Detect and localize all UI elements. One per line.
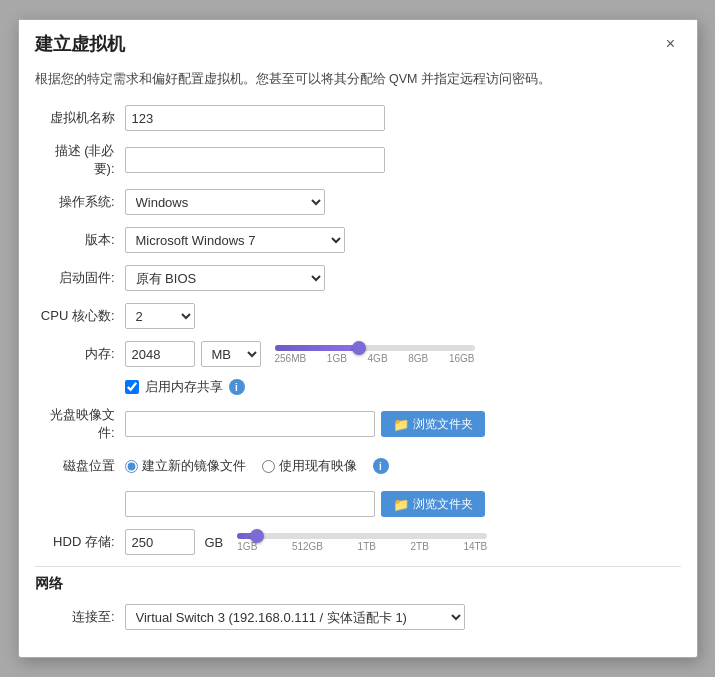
cpu-control: 1 2 4 8 bbox=[125, 303, 681, 329]
optical-browse-button[interactable]: 📁 浏览文件夹 bbox=[381, 411, 485, 437]
disk-new-radio[interactable] bbox=[125, 460, 138, 473]
cpu-row: CPU 核心数: 1 2 4 8 bbox=[35, 302, 681, 330]
vm-name-row: 虚拟机名称 bbox=[35, 104, 681, 132]
disk-path-input[interactable] bbox=[125, 491, 375, 517]
disk-radio-control: 建立新的镜像文件 使用现有映像 i bbox=[125, 457, 681, 475]
optical-path-input[interactable] bbox=[125, 411, 375, 437]
memory-share-checkbox[interactable] bbox=[125, 380, 139, 394]
memory-label-16gb: 16GB bbox=[449, 353, 475, 364]
os-label: 操作系统: bbox=[35, 193, 125, 211]
vm-name-input[interactable] bbox=[125, 105, 385, 131]
optical-row: 光盘映像文件: 📁 浏览文件夹 bbox=[35, 406, 681, 442]
hdd-control: GB 1GB 512GB 1TB 2TB 14TB bbox=[125, 529, 681, 555]
dialog-titlebar: 建立虚拟机 × bbox=[19, 20, 697, 64]
optical-browse-label: 浏览文件夹 bbox=[413, 416, 473, 433]
desc-label: 描述 (非必要): bbox=[35, 142, 125, 178]
dialog-description: 根据您的特定需求和偏好配置虚拟机。您甚至可以将其分配给 QVM 并指定远程访问密… bbox=[19, 64, 697, 101]
network-connect-control: Virtual Switch 3 (192.168.0.111 / 实体适配卡 … bbox=[125, 604, 681, 630]
disk-existing-label: 使用现有映像 bbox=[279, 457, 357, 475]
disk-info-icon[interactable]: i bbox=[373, 458, 389, 474]
disk-existing-radio[interactable] bbox=[262, 460, 275, 473]
desc-control bbox=[125, 147, 681, 173]
bios-label: 启动固件: bbox=[35, 269, 125, 287]
folder-icon-2: 📁 bbox=[393, 497, 409, 512]
dialog-body: 虚拟机名称 描述 (非必要): 操作系统: Windows Linux bbox=[19, 100, 697, 657]
memory-slider-thumb[interactable] bbox=[352, 341, 366, 355]
memory-control: MB GB 256MB 1GB 4GB 8GB 16G bbox=[125, 341, 681, 367]
vm-name-label: 虚拟机名称 bbox=[35, 109, 125, 127]
hdd-label: HDD 存储: bbox=[35, 533, 125, 551]
hdd-slider-track[interactable] bbox=[237, 533, 487, 539]
desc-row: 描述 (非必要): bbox=[35, 142, 681, 178]
hdd-slider-container: 1GB 512GB 1TB 2TB 14TB bbox=[237, 533, 487, 552]
network-connect-select[interactable]: Virtual Switch 3 (192.168.0.111 / 实体适配卡 … bbox=[125, 604, 465, 630]
version-label: 版本: bbox=[35, 231, 125, 249]
memory-label-4gb: 4GB bbox=[368, 353, 388, 364]
vm-name-control bbox=[125, 105, 681, 131]
memory-label-8gb: 8GB bbox=[408, 353, 428, 364]
bios-select[interactable]: 原有 BIOS UEFI bbox=[125, 265, 325, 291]
bios-control: 原有 BIOS UEFI bbox=[125, 265, 681, 291]
create-vm-dialog: 建立虚拟机 × 根据您的特定需求和偏好配置虚拟机。您甚至可以将其分配给 QVM … bbox=[18, 19, 698, 659]
optical-control: 📁 浏览文件夹 bbox=[125, 411, 681, 437]
disk-location-row: 磁盘位置 建立新的镜像文件 使用现有映像 i bbox=[35, 452, 681, 480]
network-connect-label: 连接至: bbox=[35, 608, 125, 626]
memory-slider-container: 256MB 1GB 4GB 8GB 16GB bbox=[275, 345, 475, 364]
disk-browse-button[interactable]: 📁 浏览文件夹 bbox=[381, 491, 485, 517]
disk-path-row: 📁 浏览文件夹 bbox=[35, 490, 681, 518]
disk-existing-option[interactable]: 使用现有映像 bbox=[262, 457, 357, 475]
network-section-title: 网络 bbox=[35, 575, 681, 593]
disk-new-label: 建立新的镜像文件 bbox=[142, 457, 246, 475]
optical-label: 光盘映像文件: bbox=[35, 406, 125, 442]
memory-slider-fill bbox=[275, 345, 359, 351]
disk-label: 磁盘位置 bbox=[35, 457, 125, 475]
hdd-row: HDD 存储: GB 1GB 512GB 1TB 2TB bbox=[35, 528, 681, 556]
memory-share-label[interactable]: 启用内存共享 bbox=[145, 378, 223, 396]
disk-browse-label: 浏览文件夹 bbox=[413, 496, 473, 513]
disk-new-option[interactable]: 建立新的镜像文件 bbox=[125, 457, 246, 475]
version-select[interactable]: Microsoft Windows 7 Microsoft Windows 10… bbox=[125, 227, 345, 253]
hdd-slider-thumb[interactable] bbox=[250, 529, 264, 543]
disk-path-control: 📁 浏览文件夹 bbox=[125, 491, 681, 517]
network-connect-row: 连接至: Virtual Switch 3 (192.168.0.111 / 实… bbox=[35, 603, 681, 631]
desc-input[interactable] bbox=[125, 147, 385, 173]
section-divider bbox=[35, 566, 681, 567]
memory-share-row: 启用内存共享 i bbox=[125, 378, 681, 396]
bios-row: 启动固件: 原有 BIOS UEFI bbox=[35, 264, 681, 292]
cpu-select[interactable]: 1 2 4 8 bbox=[125, 303, 195, 329]
memory-label-1gb: 1GB bbox=[327, 353, 347, 364]
disk-radio-group: 建立新的镜像文件 使用现有映像 i bbox=[125, 457, 389, 475]
hdd-label-2tb: 2TB bbox=[410, 541, 428, 552]
memory-label: 内存: bbox=[35, 345, 125, 363]
cpu-label: CPU 核心数: bbox=[35, 307, 125, 325]
memory-label-256mb: 256MB bbox=[275, 353, 307, 364]
memory-unit-select[interactable]: MB GB bbox=[201, 341, 261, 367]
folder-icon-1: 📁 bbox=[393, 417, 409, 432]
memory-row: 内存: MB GB 256MB 1GB bbox=[35, 340, 681, 368]
memory-share-info-icon[interactable]: i bbox=[229, 379, 245, 395]
network-section: 网络 连接至: Virtual Switch 3 (192.168.0.111 … bbox=[35, 575, 681, 631]
memory-slider-labels: 256MB 1GB 4GB 8GB 16GB bbox=[275, 353, 475, 364]
hdd-label-1tb: 1TB bbox=[358, 541, 376, 552]
os-control: Windows Linux Other bbox=[125, 189, 681, 215]
memory-input[interactable] bbox=[125, 341, 195, 367]
dialog-title: 建立虚拟机 bbox=[35, 32, 125, 56]
version-control: Microsoft Windows 7 Microsoft Windows 10… bbox=[125, 227, 681, 253]
close-button[interactable]: × bbox=[661, 34, 681, 54]
memory-slider-track[interactable] bbox=[275, 345, 475, 351]
hdd-label-14tb: 14TB bbox=[463, 541, 487, 552]
hdd-unit-label: GB bbox=[205, 535, 224, 550]
version-row: 版本: Microsoft Windows 7 Microsoft Window… bbox=[35, 226, 681, 254]
hdd-input[interactable] bbox=[125, 529, 195, 555]
os-row: 操作系统: Windows Linux Other bbox=[35, 188, 681, 216]
hdd-label-512gb: 512GB bbox=[292, 541, 323, 552]
os-select[interactable]: Windows Linux Other bbox=[125, 189, 325, 215]
hdd-slider-labels: 1GB 512GB 1TB 2TB 14TB bbox=[237, 541, 487, 552]
